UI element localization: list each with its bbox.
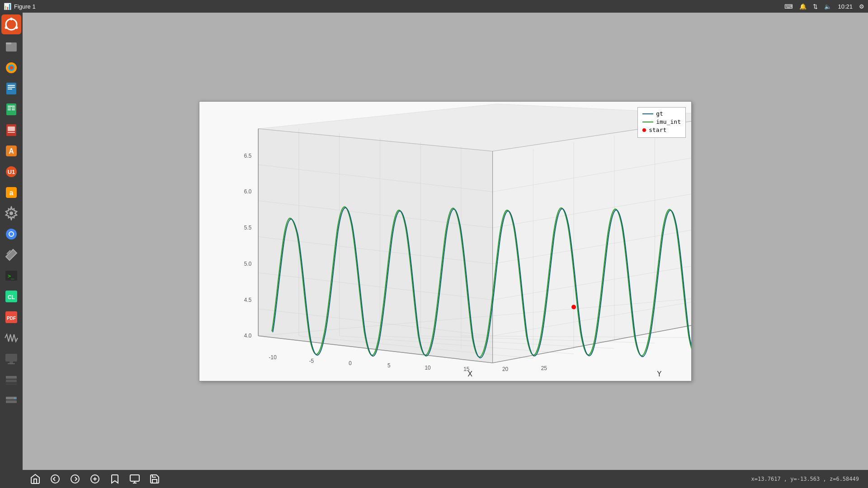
- svg-rect-39: [5, 354, 17, 361]
- svg-rect-43: [6, 380, 17, 382]
- taskbar-add-btn[interactable]: [86, 472, 104, 486]
- taskbar-next-btn[interactable]: [66, 472, 84, 486]
- taskbar-prev-btn[interactable]: [46, 472, 64, 486]
- transfer-icon: ⇅: [813, 3, 818, 10]
- plot-area: gt imu_int start: [199, 102, 691, 381]
- main-content: gt imu_int start: [23, 13, 868, 470]
- sidebar-item-desktop[interactable]: [1, 349, 21, 369]
- sidebar-item-tools[interactable]: [1, 245, 21, 265]
- sidebar-item-ubuntu-one[interactable]: U1: [1, 162, 21, 182]
- svg-point-1: [10, 18, 13, 20]
- svg-text:6.5: 6.5: [244, 153, 252, 159]
- svg-rect-40: [9, 361, 13, 363]
- svg-rect-14: [8, 106, 15, 107]
- svg-text:4.0: 4.0: [244, 333, 252, 339]
- svg-point-8: [9, 66, 13, 70]
- notification-icon: 🔔: [799, 3, 807, 10]
- sidebar-item-impress[interactable]: [1, 120, 21, 140]
- svg-text:0: 0: [349, 360, 352, 366]
- svg-text:-5: -5: [309, 358, 314, 364]
- svg-text:5.0: 5.0: [244, 261, 252, 267]
- clock: 10:21: [838, 3, 853, 10]
- figure-icon: 📊: [4, 3, 11, 10]
- svg-rect-20: [8, 127, 15, 131]
- sidebar-item-writer[interactable]: [1, 79, 21, 99]
- taskbar: x=13.7617 , y=-13.563 , z=6.58449: [23, 470, 868, 488]
- power-icon: ⚙: [859, 3, 864, 10]
- sidebar-item-terminal[interactable]: >_: [1, 266, 21, 286]
- svg-rect-18: [12, 109, 15, 110]
- legend-item-gt: gt: [642, 110, 681, 117]
- svg-point-112: [51, 475, 59, 483]
- legend-label-imu-int: imu_int: [656, 118, 681, 125]
- svg-text:10: 10: [425, 365, 431, 371]
- sidebar-item-storage1[interactable]: [1, 370, 21, 389]
- svg-rect-11: [8, 87, 15, 88]
- sidebar-item-appstore[interactable]: A: [1, 141, 21, 161]
- sidebar-item-firefox[interactable]: [1, 58, 21, 78]
- svg-text:4.5: 4.5: [244, 297, 252, 303]
- svg-text:5.5: 5.5: [244, 225, 252, 231]
- svg-text:CL: CL: [8, 294, 15, 300]
- svg-text:-10: -10: [269, 354, 277, 361]
- legend-item-imu-int: imu_int: [642, 118, 681, 125]
- taskbar-save-btn[interactable]: [146, 472, 164, 486]
- svg-text:15: 15: [463, 366, 470, 372]
- svg-rect-16: [12, 108, 15, 108]
- svg-rect-12: [8, 89, 12, 89]
- taskbar-settings-btn[interactable]: [126, 472, 144, 486]
- sidebar-item-calc[interactable]: [1, 99, 21, 119]
- svg-rect-46: [6, 400, 17, 403]
- legend-item-start: start: [642, 127, 681, 133]
- svg-rect-21: [8, 132, 15, 133]
- titlebar-title: Figure 1: [14, 3, 36, 10]
- sidebar-item-waveform[interactable]: [1, 328, 21, 348]
- svg-text:20: 20: [502, 366, 509, 372]
- sidebar-item-clion[interactable]: CL: [1, 286, 21, 306]
- svg-text:a: a: [9, 189, 14, 197]
- svg-rect-44: [6, 383, 17, 385]
- sidebar-item-amazon[interactable]: a: [1, 183, 21, 202]
- figure-window: gt imu_int start: [199, 101, 692, 381]
- svg-rect-15: [8, 108, 11, 108]
- legend-dot-start: [642, 128, 646, 132]
- sidebar-item-ubuntu[interactable]: [1, 14, 21, 34]
- coords-display: x=13.7617 , y=-13.563 , z=6.58449: [751, 476, 864, 482]
- legend: gt imu_int start: [637, 107, 686, 138]
- plot-svg[interactable]: X Y Z -10 -5 0 5 10 15 20 25 -15 -10 -5 …: [199, 102, 691, 381]
- legend-line-gt: [642, 113, 653, 114]
- sidebar-item-storage2[interactable]: [1, 390, 21, 410]
- svg-rect-5: [6, 42, 11, 44]
- svg-rect-117: [130, 475, 139, 481]
- legend-label-start: start: [649, 127, 666, 133]
- svg-rect-10: [8, 85, 15, 86]
- svg-text:A: A: [9, 147, 14, 155]
- titlebar-left: 📊 Figure 1: [4, 3, 36, 10]
- svg-text:25: 25: [541, 365, 547, 371]
- svg-point-28: [9, 211, 13, 215]
- sidebar-item-chrome[interactable]: [1, 224, 21, 244]
- svg-point-3: [15, 26, 18, 29]
- svg-point-47: [14, 398, 16, 399]
- sidebar-item-files[interactable]: [1, 37, 21, 57]
- svg-text:U1: U1: [8, 169, 15, 175]
- sidebar: A U1 a >_ CL PDF: [0, 13, 23, 488]
- legend-label-gt: gt: [656, 110, 663, 117]
- volume-icon: 🔈: [824, 3, 831, 10]
- keyboard-icon: ⌨: [784, 3, 793, 10]
- sidebar-item-pdf[interactable]: PDF: [1, 307, 21, 327]
- taskbar-home-btn[interactable]: [26, 472, 44, 486]
- sidebar-item-settings[interactable]: [1, 203, 21, 223]
- svg-rect-41: [8, 363, 15, 364]
- svg-text:5: 5: [387, 362, 391, 369]
- titlebar: 📊 Figure 1 ⌨ 🔔 ⇅ 🔈 10:21 ⚙: [0, 0, 868, 13]
- svg-rect-42: [6, 376, 17, 379]
- svg-rect-17: [8, 109, 11, 110]
- svg-marker-49: [258, 129, 492, 363]
- svg-point-113: [71, 475, 79, 483]
- svg-text:Y: Y: [657, 370, 662, 378]
- start-point: [571, 305, 576, 310]
- legend-line-imu-int: [642, 122, 653, 122]
- taskbar-bookmark-btn[interactable]: [106, 472, 124, 486]
- svg-text:PDF: PDF: [7, 316, 16, 321]
